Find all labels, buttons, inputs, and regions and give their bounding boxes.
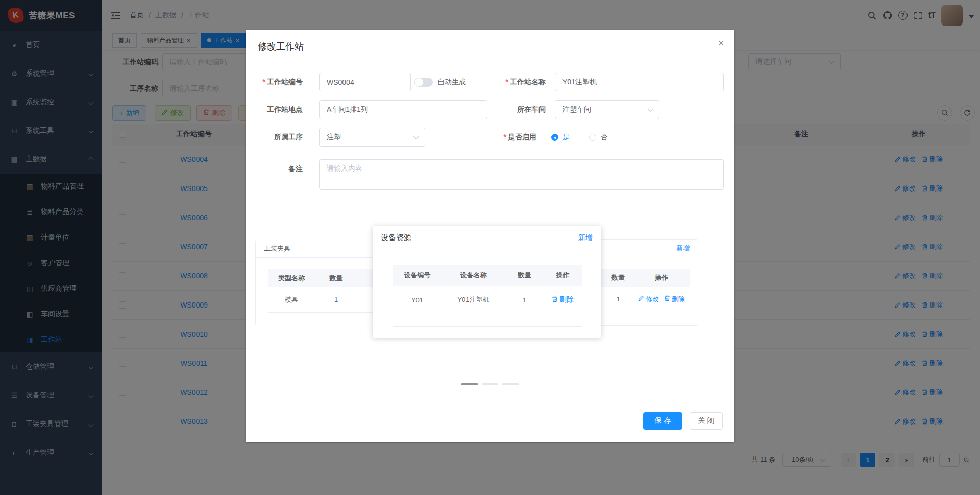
save-button[interactable]: 保 存 xyxy=(643,412,682,430)
fixture-card-title: 工装夹具 xyxy=(264,244,290,253)
chevron-down-icon xyxy=(647,106,653,111)
enabled-yes-radio[interactable] xyxy=(551,134,558,141)
auto-generate-toggle[interactable] xyxy=(414,78,433,87)
carousel-indicators xyxy=(461,383,519,385)
station-name-label: *工作站名称 xyxy=(488,73,552,91)
station-name-input[interactable] xyxy=(555,73,724,91)
station-code-input[interactable] xyxy=(319,73,411,91)
carousel-dot-3[interactable] xyxy=(502,383,519,385)
equipment-table: 设备编号 设备名称 数量 操作 Y01 Y01注塑机 1 删除 xyxy=(393,265,582,327)
fixture-col-qty: 数量 xyxy=(314,274,358,283)
equipment-popup-title: 设备资源 xyxy=(381,233,411,243)
enabled-radio-group: 是 否 xyxy=(551,128,607,147)
close-button[interactable]: 关 闭 xyxy=(690,412,723,430)
process-label: 所属工序 xyxy=(246,128,309,147)
card3-delete-link[interactable]: 删除 xyxy=(664,295,685,304)
location-label: 工作站地点 xyxy=(246,100,309,119)
enabled-no-label[interactable]: 否 xyxy=(600,133,607,142)
card3-col-action: 操作 xyxy=(633,273,690,282)
equipment-row: Y01 Y01注塑机 1 删除 xyxy=(393,286,582,314)
equipment-col-name: 设备名称 xyxy=(442,271,505,280)
workshop-select[interactable]: 注塑车间 xyxy=(555,100,659,119)
equipment-resource-popup: 设备资源 新增 设备编号 设备名称 数量 操作 Y01 Y01注塑机 1 删除 xyxy=(373,226,601,338)
pencil-icon xyxy=(638,295,644,303)
enabled-no-radio[interactable] xyxy=(589,134,596,141)
enabled-yes-label[interactable]: 是 xyxy=(562,133,570,142)
auto-generate-label: 自动生成 xyxy=(437,73,466,91)
trash-icon xyxy=(552,296,558,304)
equipment-col-action: 操作 xyxy=(544,271,582,280)
station-code-label: *工作站编号 xyxy=(246,73,309,91)
process-select[interactable]: 注塑 xyxy=(319,128,425,147)
location-input[interactable] xyxy=(319,100,487,119)
card3-edit-link[interactable]: 修改 xyxy=(638,295,659,304)
carousel-dot-1[interactable] xyxy=(461,383,478,385)
equipment-col-code: 设备编号 xyxy=(393,271,442,280)
chevron-down-icon xyxy=(413,133,419,139)
enabled-label: *是否启用 xyxy=(479,128,543,147)
edit-workstation-dialog: 修改工作站 × *工作站编号 自动生成 *工作站名称 工作站地点 所在车间 注塑… xyxy=(246,30,734,442)
remark-label: 备注 xyxy=(246,159,309,178)
remark-textarea[interactable] xyxy=(319,159,724,190)
card3-col-qty: 数量 xyxy=(603,273,633,282)
app-root: { "app": {"logo_text": "苦糖果MES", "logo_l… xyxy=(0,0,980,495)
trash-icon xyxy=(664,295,670,303)
card3-add-link[interactable]: 新增 xyxy=(676,244,690,253)
dialog-title: 修改工作站 xyxy=(258,40,304,53)
carousel-dot-2[interactable] xyxy=(482,383,498,385)
fixture-col-type: 类型名称 xyxy=(268,274,314,283)
equipment-col-qty: 数量 xyxy=(505,271,544,280)
workshop-label: 所在车间 xyxy=(488,100,552,119)
dialog-close-icon[interactable]: × xyxy=(718,37,724,50)
equipment-add-link[interactable]: 新增 xyxy=(578,233,593,243)
equipment-delete-link[interactable]: 删除 xyxy=(552,295,574,304)
